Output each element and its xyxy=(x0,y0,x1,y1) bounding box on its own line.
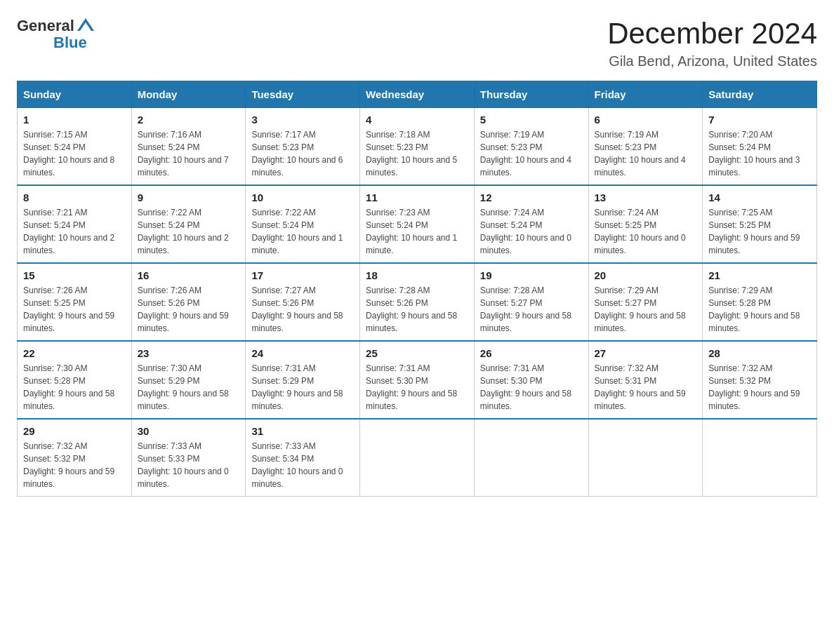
sunset-label: Sunset: 5:28 PM xyxy=(708,298,771,308)
col-header-saturday: Saturday xyxy=(703,81,817,108)
day-number: 10 xyxy=(251,192,354,203)
calendar-cell: 29 Sunrise: 7:32 AM Sunset: 5:32 PM Dayl… xyxy=(18,419,132,497)
daylight-label: Daylight: 10 hours and 0 minutes. xyxy=(595,233,686,255)
calendar-cell: 8 Sunrise: 7:21 AM Sunset: 5:24 PM Dayli… xyxy=(18,185,132,263)
day-number: 9 xyxy=(138,192,240,203)
sunrise-label: Sunrise: 7:32 AM xyxy=(708,363,772,373)
day-info: Sunrise: 7:27 AM Sunset: 5:26 PM Dayligh… xyxy=(251,284,354,335)
sunset-label: Sunset: 5:26 PM xyxy=(138,298,200,308)
day-number: 21 xyxy=(708,269,811,281)
daylight-label: Daylight: 9 hours and 59 minutes. xyxy=(595,389,686,411)
sunrise-label: Sunrise: 7:24 AM xyxy=(480,208,544,217)
day-info: Sunrise: 7:22 AM Sunset: 5:24 PM Dayligh… xyxy=(138,206,240,257)
daylight-label: Daylight: 9 hours and 58 minutes. xyxy=(480,311,571,333)
sunrise-label: Sunrise: 7:33 AM xyxy=(251,441,315,451)
day-info: Sunrise: 7:29 AM Sunset: 5:27 PM Dayligh… xyxy=(595,284,697,335)
sunrise-label: Sunrise: 7:22 AM xyxy=(138,208,201,217)
day-info: Sunrise: 7:16 AM Sunset: 5:24 PM Dayligh… xyxy=(138,128,240,179)
sunset-label: Sunset: 5:24 PM xyxy=(23,142,86,152)
daylight-label: Daylight: 9 hours and 58 minutes. xyxy=(23,389,114,411)
day-info: Sunrise: 7:28 AM Sunset: 5:26 PM Dayligh… xyxy=(366,284,468,335)
calendar-cell: 16 Sunrise: 7:26 AM Sunset: 5:26 PM Dayl… xyxy=(131,263,246,341)
calendar-cell: 30 Sunrise: 7:33 AM Sunset: 5:33 PM Dayl… xyxy=(131,419,246,497)
sunrise-label: Sunrise: 7:29 AM xyxy=(595,286,658,295)
calendar-cell: 7 Sunrise: 7:20 AM Sunset: 5:24 PM Dayli… xyxy=(703,108,817,186)
logo: General Blue xyxy=(17,17,95,52)
calendar-cell: 14 Sunrise: 7:25 AM Sunset: 5:25 PM Dayl… xyxy=(703,185,817,263)
daylight-label: Daylight: 9 hours and 58 minutes. xyxy=(480,389,571,411)
col-header-friday: Friday xyxy=(588,81,703,108)
day-info: Sunrise: 7:30 AM Sunset: 5:29 PM Dayligh… xyxy=(138,362,240,412)
day-number: 12 xyxy=(480,192,583,203)
sunset-label: Sunset: 5:25 PM xyxy=(595,220,657,230)
daylight-label: Daylight: 10 hours and 0 minutes. xyxy=(480,233,571,255)
day-info: Sunrise: 7:32 AM Sunset: 5:32 PM Dayligh… xyxy=(23,440,126,490)
daylight-label: Daylight: 9 hours and 59 minutes. xyxy=(708,389,800,411)
day-number: 7 xyxy=(708,114,811,126)
week-row-4: 22 Sunrise: 7:30 AM Sunset: 5:28 PM Dayl… xyxy=(18,341,817,419)
calendar-cell xyxy=(703,419,817,497)
daylight-label: Daylight: 10 hours and 1 minute. xyxy=(366,233,457,255)
logo-triangle-icon xyxy=(76,15,95,35)
week-row-3: 15 Sunrise: 7:26 AM Sunset: 5:25 PM Dayl… xyxy=(18,263,817,341)
sunset-label: Sunset: 5:30 PM xyxy=(480,376,543,386)
col-header-thursday: Thursday xyxy=(474,81,588,108)
sunset-label: Sunset: 5:31 PM xyxy=(595,376,657,386)
sunrise-label: Sunrise: 7:23 AM xyxy=(366,208,430,217)
day-info: Sunrise: 7:18 AM Sunset: 5:23 PM Dayligh… xyxy=(366,128,468,179)
sunrise-label: Sunrise: 7:24 AM xyxy=(595,208,658,217)
sunrise-label: Sunrise: 7:29 AM xyxy=(708,286,772,295)
week-row-5: 29 Sunrise: 7:32 AM Sunset: 5:32 PM Dayl… xyxy=(18,419,817,497)
daylight-label: Daylight: 9 hours and 58 minutes. xyxy=(595,311,686,333)
sunrise-label: Sunrise: 7:20 AM xyxy=(708,130,772,140)
title-section: December 2024 Gila Bend, Arizona, United… xyxy=(607,17,817,69)
calendar-cell: 4 Sunrise: 7:18 AM Sunset: 5:23 PM Dayli… xyxy=(360,108,475,186)
calendar-subtitle: Gila Bend, Arizona, United States xyxy=(607,53,817,69)
header-row: SundayMondayTuesdayWednesdayThursdayFrid… xyxy=(18,81,817,108)
daylight-label: Daylight: 9 hours and 59 minutes. xyxy=(23,311,114,333)
daylight-label: Daylight: 10 hours and 8 minutes. xyxy=(23,155,114,177)
calendar-cell xyxy=(360,419,475,497)
day-info: Sunrise: 7:17 AM Sunset: 5:23 PM Dayligh… xyxy=(251,128,354,179)
day-info: Sunrise: 7:28 AM Sunset: 5:27 PM Dayligh… xyxy=(480,284,583,335)
day-number: 11 xyxy=(366,192,468,203)
page-header: General Blue December 2024 Gila Bend, Ar… xyxy=(17,17,817,69)
daylight-label: Daylight: 10 hours and 4 minutes. xyxy=(595,155,686,177)
sunrise-label: Sunrise: 7:32 AM xyxy=(595,363,658,373)
day-number: 20 xyxy=(595,269,697,281)
day-number: 27 xyxy=(595,347,697,359)
sunrise-label: Sunrise: 7:26 AM xyxy=(138,286,201,295)
day-number: 16 xyxy=(138,269,240,281)
day-info: Sunrise: 7:33 AM Sunset: 5:34 PM Dayligh… xyxy=(251,440,354,490)
day-number: 31 xyxy=(251,425,354,437)
sunset-label: Sunset: 5:23 PM xyxy=(366,142,428,152)
sunrise-label: Sunrise: 7:15 AM xyxy=(23,130,87,140)
day-info: Sunrise: 7:29 AM Sunset: 5:28 PM Dayligh… xyxy=(708,284,811,335)
sunrise-label: Sunrise: 7:17 AM xyxy=(251,130,315,140)
sunset-label: Sunset: 5:33 PM xyxy=(138,454,200,464)
calendar-cell: 5 Sunrise: 7:19 AM Sunset: 5:23 PM Dayli… xyxy=(474,108,588,186)
sunset-label: Sunset: 5:27 PM xyxy=(595,298,657,308)
day-info: Sunrise: 7:23 AM Sunset: 5:24 PM Dayligh… xyxy=(366,206,468,257)
week-row-1: 1 Sunrise: 7:15 AM Sunset: 5:24 PM Dayli… xyxy=(18,108,817,186)
daylight-label: Daylight: 10 hours and 6 minutes. xyxy=(251,155,343,177)
daylight-label: Daylight: 10 hours and 0 minutes. xyxy=(251,467,343,489)
sunrise-label: Sunrise: 7:31 AM xyxy=(366,363,430,373)
sunrise-label: Sunrise: 7:32 AM xyxy=(23,441,87,451)
day-number: 8 xyxy=(23,192,126,203)
sunrise-label: Sunrise: 7:19 AM xyxy=(595,130,658,140)
sunrise-label: Sunrise: 7:31 AM xyxy=(480,363,544,373)
calendar-cell: 21 Sunrise: 7:29 AM Sunset: 5:28 PM Dayl… xyxy=(703,263,817,341)
day-number: 22 xyxy=(23,347,126,359)
day-number: 26 xyxy=(480,347,583,359)
day-info: Sunrise: 7:26 AM Sunset: 5:25 PM Dayligh… xyxy=(23,284,126,335)
daylight-label: Daylight: 9 hours and 59 minutes. xyxy=(23,467,114,489)
sunrise-label: Sunrise: 7:21 AM xyxy=(23,208,87,217)
calendar-cell: 25 Sunrise: 7:31 AM Sunset: 5:30 PM Dayl… xyxy=(360,341,475,419)
sunrise-label: Sunrise: 7:25 AM xyxy=(708,208,772,217)
day-number: 2 xyxy=(138,114,240,126)
sunrise-label: Sunrise: 7:28 AM xyxy=(480,286,544,295)
day-info: Sunrise: 7:25 AM Sunset: 5:25 PM Dayligh… xyxy=(708,206,811,257)
day-info: Sunrise: 7:30 AM Sunset: 5:28 PM Dayligh… xyxy=(23,362,126,412)
calendar-cell: 9 Sunrise: 7:22 AM Sunset: 5:24 PM Dayli… xyxy=(131,185,246,263)
